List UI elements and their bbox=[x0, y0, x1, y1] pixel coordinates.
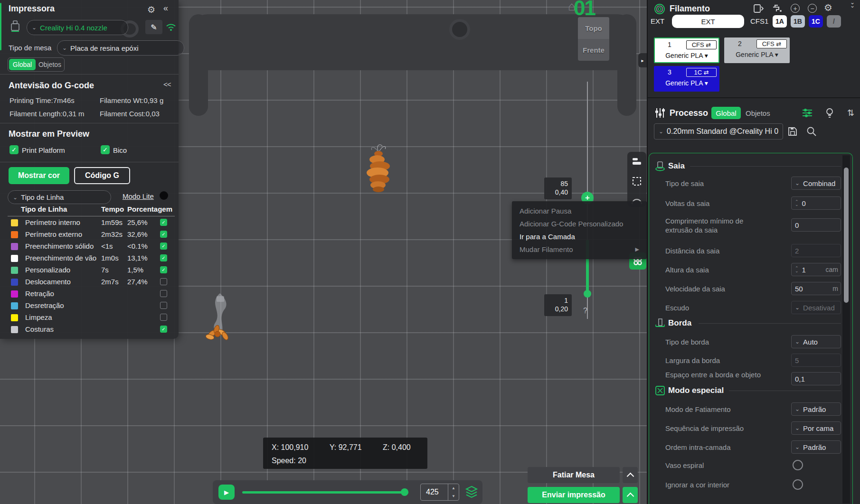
draft-shield-select[interactable]: ⌄Desativad bbox=[791, 301, 841, 314]
cfs-tab-1c[interactable]: 1C bbox=[809, 15, 823, 28]
tab-global[interactable]: Global bbox=[9, 59, 36, 70]
frame-stepper[interactable]: ▲▼ bbox=[448, 484, 459, 500]
faucet-icon[interactable] bbox=[771, 3, 784, 13]
panel-collapse-icon[interactable]: « bbox=[163, 3, 168, 13]
lamp-icon[interactable] bbox=[824, 107, 835, 119]
filament-settings-gear-icon[interactable]: ⚙ bbox=[824, 2, 832, 13]
menu-item-add-custom-gcode[interactable]: Adicionar G-Code Personalizado bbox=[512, 217, 647, 230]
line-type-checkbox[interactable] bbox=[160, 278, 167, 285]
slot-source-tag[interactable]: CFS ⇄ bbox=[686, 40, 717, 49]
printer-select[interactable]: ⌄ Creality Hi 0.4 nozzle bbox=[27, 20, 128, 35]
send-options-button[interactable] bbox=[623, 487, 638, 503]
bed-type-select[interactable]: ⌄ Placa de resina epóxi bbox=[57, 40, 184, 56]
brim-type-select[interactable]: ⌄Auto bbox=[791, 335, 841, 348]
send-print-button[interactable]: Enviar impressão bbox=[528, 487, 620, 503]
frame-slider-handle[interactable] bbox=[401, 488, 408, 496]
spinner-icon[interactable]: ⌃⌄ bbox=[795, 267, 799, 272]
skirt-loops-input[interactable]: ⌃⌄0 bbox=[791, 196, 841, 210]
slider-help-icon[interactable]: ? bbox=[583, 307, 587, 315]
gcode-button[interactable]: Código G bbox=[74, 167, 130, 184]
save-preset-icon[interactable] bbox=[787, 126, 798, 137]
line-type-checkbox[interactable] bbox=[160, 254, 167, 261]
line-type-checkbox[interactable] bbox=[160, 290, 167, 297]
slice-options-button[interactable] bbox=[623, 467, 638, 483]
nozzle-checkbox[interactable] bbox=[101, 145, 110, 154]
filament-slot-2[interactable]: 2 CFS ⇄ Generic PLA ▾ bbox=[724, 37, 790, 63]
lite-mode-link[interactable]: Modo Lite bbox=[123, 192, 154, 200]
line-type-checkbox[interactable] bbox=[160, 302, 167, 309]
wifi-icon[interactable] bbox=[165, 22, 177, 32]
play-button[interactable]: ▶ bbox=[218, 485, 235, 500]
spiral-vase-checkbox[interactable] bbox=[793, 460, 803, 470]
layer-list-icon[interactable] bbox=[632, 158, 642, 165]
printer-settings-gear-icon[interactable]: ⚙ bbox=[147, 4, 155, 15]
line-type-checkbox[interactable] bbox=[160, 314, 167, 321]
model-preview-vase[interactable] bbox=[356, 141, 401, 196]
intra-layer-order-select[interactable]: ⌄Padrão bbox=[791, 440, 841, 454]
process-tab-objects[interactable]: Objetos bbox=[746, 109, 770, 117]
print-sequence-select[interactable]: ⌄Por cama bbox=[791, 421, 841, 435]
line-type-select[interactable]: ⌄ Tipo de Linha bbox=[8, 190, 111, 204]
cfs-tab-slash[interactable]: / bbox=[827, 15, 841, 28]
line-type-checkbox[interactable] bbox=[160, 326, 167, 333]
slot-source-tag[interactable]: CFS ⇄ bbox=[756, 39, 787, 48]
print-platform-checkbox[interactable] bbox=[9, 145, 19, 154]
skirt-type-select[interactable]: ⌄Combinad bbox=[791, 177, 841, 190]
right-panel-expand-handle[interactable]: ▸ bbox=[638, 53, 647, 67]
view-cube-front-face[interactable]: Frente bbox=[578, 39, 609, 61]
scrollbar-thumb[interactable] bbox=[844, 168, 849, 303]
skirt-distance-input[interactable]: 2 bbox=[791, 244, 841, 257]
filament-slot-3[interactable]: 3 1C ⇄ Generic PLA ▾ bbox=[654, 66, 719, 92]
line-type-label: Personalizado bbox=[25, 266, 70, 274]
edit-printer-button[interactable]: ✎ bbox=[145, 20, 162, 34]
stepper-up-icon[interactable]: ▲ bbox=[448, 484, 459, 492]
line-type-checkbox[interactable] bbox=[160, 231, 167, 238]
filament-slot-1[interactable]: 1 CFS ⇄ Generic PLA ▾ bbox=[654, 37, 719, 63]
lite-mode-toggle[interactable] bbox=[160, 191, 168, 200]
model-preview-flower[interactable] bbox=[194, 289, 241, 342]
slicing-mode-select[interactable]: ⌄Padrão bbox=[791, 402, 841, 416]
cfs-tab-1a[interactable]: 1A bbox=[773, 15, 787, 28]
menu-item-add-pause[interactable]: Adicionar Pausa bbox=[512, 205, 647, 217]
spool-swap-icon[interactable] bbox=[753, 4, 765, 13]
slot-material-select[interactable]: Generic PLA ▾ bbox=[655, 52, 718, 59]
layer-slider-lower-handle[interactable] bbox=[584, 290, 591, 298]
collapse-double-chevron-icon[interactable]: ⌄⌄ bbox=[850, 1, 855, 8]
cfs-tab-1b[interactable]: 1B bbox=[791, 15, 805, 28]
stepper-down-icon[interactable]: ▼ bbox=[448, 492, 459, 500]
slot-material-select[interactable]: Generic PLA ▾ bbox=[724, 51, 790, 58]
ignore-inner-color-checkbox[interactable] bbox=[793, 479, 803, 490]
layers-stack-icon[interactable] bbox=[465, 485, 478, 499]
skirt-speed-input[interactable]: 50m bbox=[791, 282, 841, 295]
slice-plate-button[interactable]: Fatiar Mesa bbox=[528, 467, 620, 483]
process-tab-global[interactable]: Global bbox=[711, 107, 741, 119]
menu-item-change-filament[interactable]: Mudar Filamento▶ bbox=[512, 243, 647, 256]
frame-number-input[interactable]: 425 ▲▼ bbox=[420, 484, 459, 501]
brim-width-input[interactable]: 5 bbox=[791, 354, 841, 367]
frame-slider-track[interactable] bbox=[242, 491, 408, 494]
view-cube-top-face[interactable]: Topo bbox=[578, 17, 609, 39]
tab-objects[interactable]: Objetos bbox=[36, 61, 64, 68]
swap-params-icon[interactable]: ⇅ bbox=[847, 108, 854, 118]
slot-material-select[interactable]: Generic PLA ▾ bbox=[654, 79, 719, 87]
skirt-height-input[interactable]: ⌃⌄1cam bbox=[791, 263, 841, 276]
line-type-checkbox[interactable] bbox=[160, 219, 167, 226]
skirt-min-extrusion-input[interactable]: 0 bbox=[791, 218, 841, 232]
spinner-icon[interactable]: ⌃⌄ bbox=[795, 200, 799, 206]
ext-tab-button[interactable]: EXT bbox=[672, 15, 744, 28]
brim-object-gap-input[interactable]: 0,1 bbox=[791, 372, 841, 385]
process-preset-select[interactable]: ⌄ 0.20mm Standard @Creality Hi 0.4 n... bbox=[654, 123, 783, 140]
line-type-checkbox[interactable] bbox=[160, 243, 167, 250]
gcode-collapse-icon[interactable]: << bbox=[163, 80, 171, 88]
tune-icon[interactable] bbox=[802, 108, 813, 118]
marquee-select-icon[interactable] bbox=[632, 177, 642, 186]
slot-source-tag[interactable]: 1C ⇄ bbox=[686, 68, 717, 77]
add-filament-icon[interactable]: + bbox=[791, 4, 800, 13]
printer-icon bbox=[9, 20, 21, 33]
view-cube[interactable]: Topo Frente bbox=[578, 17, 609, 61]
menu-item-go-to-layer[interactable]: Ir para a Camada bbox=[512, 230, 647, 243]
search-icon[interactable] bbox=[806, 126, 817, 137]
show-color-button[interactable]: Mostrar cor bbox=[9, 167, 69, 184]
remove-filament-icon[interactable]: − bbox=[808, 4, 817, 13]
line-type-checkbox[interactable] bbox=[160, 266, 167, 273]
